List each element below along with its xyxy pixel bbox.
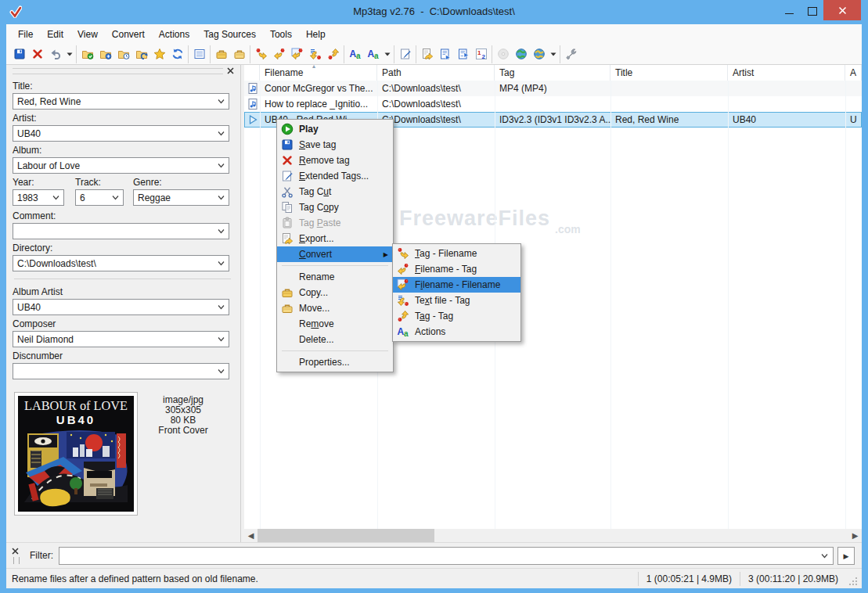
context-menu-item-export[interactable]: Export... (277, 231, 393, 246)
menubar-item-file[interactable]: File (11, 26, 40, 43)
toolbar-extended-tags-note-button[interactable] (396, 45, 414, 63)
filter-grip[interactable] (13, 557, 20, 564)
toolbar-caret-down-button[interactable] (64, 45, 74, 63)
scroll-right-arrow[interactable]: ▶ (848, 529, 862, 542)
toolbar-convert-tag-filename-button[interactable] (252, 45, 270, 63)
file-row-2[interactable]: How to replace _Ignitio...C:\Downloads\t… (244, 96, 862, 112)
context-menu-item-copy[interactable]: Copy... (277, 285, 393, 300)
chevron-down-icon[interactable] (214, 332, 228, 346)
scrollbar-thumb[interactable] (258, 529, 434, 542)
album-art[interactable]: LABOUR of LOVE UB40 (14, 392, 138, 516)
column-header-path[interactable]: Path (377, 65, 495, 81)
chevron-down-icon[interactable] (214, 257, 228, 270)
context-menu-item-convert[interactable]: Convert▶ (277, 246, 393, 262)
toolbar-file-copy-case-button[interactable] (212, 45, 230, 63)
context-menu-item-move[interactable]: Move... (277, 300, 393, 316)
close-button[interactable] (823, 0, 861, 20)
toolbar-undo-button[interactable] (46, 45, 64, 63)
toolbar-refresh-button[interactable] (168, 45, 186, 63)
toolbar-convert-tag-tag-button[interactable] (324, 45, 342, 63)
filter-apply-button[interactable]: ▶ (837, 547, 855, 565)
convert-submenu-item-tag-tag[interactable]: Tag - Tag (393, 308, 520, 324)
menubar-item-help[interactable]: Help (299, 26, 333, 43)
context-menu-item-remove-tag[interactable]: Remove tag (277, 153, 393, 168)
album-artist-combo[interactable]: UB40 (13, 299, 229, 315)
toolbar-folder-recent-button[interactable] (114, 45, 132, 63)
context-menu-item-rename[interactable]: Rename (277, 269, 393, 285)
column-header-title[interactable]: Title (610, 65, 728, 81)
menubar-item-tag-sources[interactable]: Tag Sources (196, 26, 263, 43)
column-header-artist[interactable]: Artist (728, 65, 845, 81)
panel-close-button[interactable] (225, 66, 236, 76)
toolbar-export-button[interactable] (418, 45, 436, 63)
toolbar-convert-textfile-tag-button[interactable] (306, 45, 324, 63)
panel-grip[interactable] (13, 68, 223, 74)
comment-combo[interactable] (13, 223, 229, 239)
toolbar-file-move-case-button[interactable] (230, 45, 248, 63)
chevron-down-icon[interactable] (214, 127, 228, 140)
menubar-item-view[interactable]: View (70, 26, 105, 43)
year-combo[interactable]: 1983 (13, 189, 64, 206)
toolbar-playlist-all-button[interactable] (454, 45, 472, 63)
track-combo[interactable]: 6 (75, 189, 124, 206)
toolbar-columns-list-button[interactable] (190, 45, 208, 63)
context-menu-item-remove[interactable]: Remove (277, 316, 393, 332)
context-menu-item-tag-cut[interactable]: Tag Cut (277, 184, 393, 199)
toolbar-convert-filename-tag-button[interactable] (270, 45, 288, 63)
chevron-down-icon[interactable] (214, 191, 228, 204)
toolbar-caret-down-button[interactable] (382, 45, 392, 63)
menubar-item-edit[interactable]: Edit (40, 26, 70, 43)
chevron-down-icon[interactable] (214, 300, 228, 314)
toolbar-folder-up-button[interactable] (132, 45, 150, 63)
file-row-1[interactable]: Conor McGregor vs The...C:\Downloads\tes… (244, 81, 862, 96)
toolbar-convert-filename-filename-button[interactable] (288, 45, 306, 63)
chevron-down-icon[interactable] (214, 95, 228, 108)
toolbar-autonumbering-button[interactable]: 12 (472, 45, 490, 63)
toolbar-remove-tag-x-button[interactable] (28, 45, 46, 63)
column-header-filename[interactable]: Filename▴ (260, 65, 377, 81)
toolbar-web-sources-globe-button[interactable] (512, 45, 530, 63)
context-menu-item-delete[interactable]: Delete... (277, 332, 393, 347)
discnumber-combo[interactable] (13, 363, 229, 379)
toolbar-caret-down-button[interactable] (548, 45, 558, 63)
album-combo[interactable]: Labour of Love (13, 157, 229, 174)
filter-close-button[interactable] (12, 546, 20, 555)
context-menu-item-extended-tags[interactable]: Extended Tags... (277, 168, 393, 184)
toolbar-cd-button[interactable] (494, 45, 512, 63)
title-combo[interactable]: Red, Red Wine (13, 93, 229, 110)
column-header-tag[interactable]: Tag (495, 65, 610, 81)
convert-submenu-item-text-file-tag[interactable]: Text file - Tag (393, 293, 520, 308)
convert-submenu-item-filename-tag[interactable]: Filename - Tag (393, 261, 520, 277)
artist-combo[interactable]: UB40 (13, 125, 229, 142)
horizontal-scrollbar[interactable]: ◀ ▶ (244, 529, 862, 542)
directory-combo[interactable]: C:\Downloads\test\ (13, 255, 229, 271)
scroll-left-arrow[interactable]: ◀ (244, 529, 258, 542)
convert-submenu-item-actions[interactable]: AaActions (393, 324, 520, 340)
genre-combo[interactable]: Reggae (133, 189, 229, 206)
filter-input[interactable] (59, 547, 834, 565)
menubar-item-tools[interactable]: Tools (263, 26, 299, 43)
toolbar-options-wrench-button[interactable] (562, 45, 580, 63)
minimize-button[interactable] (778, 0, 801, 20)
toolbar-folder-change-button[interactable] (78, 45, 96, 63)
chevron-down-icon[interactable] (819, 550, 830, 562)
convert-submenu-item-tag-filename[interactable]: Tag - Filename (393, 246, 520, 261)
context-menu-item-play[interactable]: Play (277, 121, 393, 137)
toolbar-playlist-button[interactable] (436, 45, 454, 63)
context-menu-item-properties[interactable]: Properties... (277, 354, 393, 370)
context-menu-item-save-tag[interactable]: Save tag (277, 137, 393, 153)
context-menu-item-tag-paste[interactable]: Tag Paste (277, 215, 393, 231)
chevron-down-icon[interactable] (109, 191, 122, 204)
chevron-down-icon[interactable] (214, 225, 228, 238)
maximize-button[interactable] (801, 0, 823, 20)
chevron-down-icon[interactable] (214, 365, 228, 378)
convert-submenu-item-filename-filename[interactable]: Filename - Filename (393, 277, 520, 293)
column-header-icon[interactable] (244, 65, 260, 81)
chevron-down-icon[interactable] (49, 191, 63, 204)
composer-combo[interactable]: Neil Diamond (13, 331, 229, 347)
chevron-down-icon[interactable] (214, 159, 228, 172)
toolbar-folder-add-button[interactable] (96, 45, 114, 63)
context-menu-item-tag-copy[interactable]: Tag Copy (277, 199, 393, 215)
toolbar-actions-button[interactable]: Aa (346, 45, 364, 63)
menubar-item-convert[interactable]: Convert (105, 26, 152, 43)
